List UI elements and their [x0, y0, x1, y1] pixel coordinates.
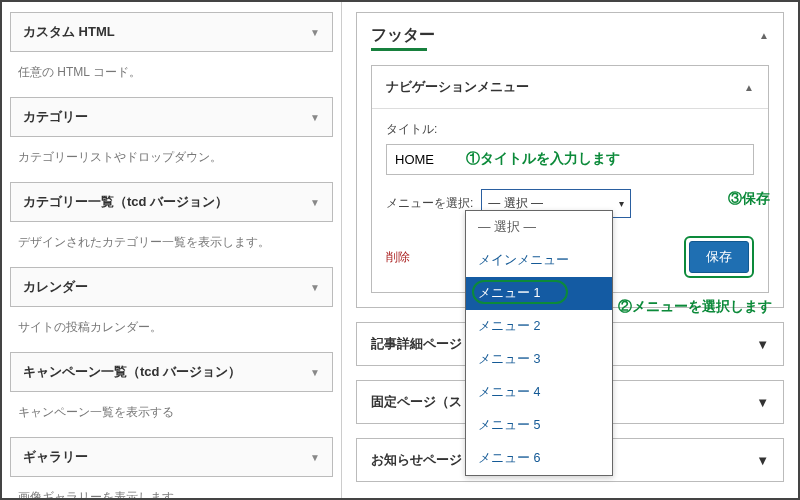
widget-title: ギャラリー	[23, 448, 88, 466]
widget-library-sidebar: カスタム HTML ▼ 任意の HTML コード。 カテゴリー ▼ カテゴリーリ…	[2, 2, 342, 498]
widget-item-gallery[interactable]: ギャラリー ▼	[10, 437, 333, 477]
widget-desc: サイトの投稿カレンダー。	[10, 307, 333, 352]
subpanel-title: ナビゲーションメニュー	[386, 78, 529, 96]
footer-area-header[interactable]: フッター ▲	[357, 13, 783, 58]
title-input[interactable]	[386, 144, 754, 175]
widget-desc: 任意の HTML コード。	[10, 52, 333, 97]
dropdown-option-menu1[interactable]: メニュー 1	[466, 277, 612, 310]
chevron-down-icon: ▼	[310, 27, 320, 38]
chevron-up-icon: ▲	[759, 30, 769, 41]
widget-title: カスタム HTML	[23, 23, 115, 41]
widget-item-calendar[interactable]: カレンダー ▼	[10, 267, 333, 307]
chevron-down-icon: ▼	[310, 452, 320, 463]
menu-select-dropdown[interactable]: — 選択 — メインメニュー メニュー 1 メニュー 2 メニュー 3 メニュー…	[465, 210, 613, 476]
widget-desc: カテゴリーリストやドロップダウン。	[10, 137, 333, 182]
chevron-up-icon: ▲	[744, 82, 754, 93]
chevron-down-icon: ▾	[619, 198, 624, 209]
dropdown-option-placeholder[interactable]: — 選択 —	[466, 211, 612, 244]
widget-title: キャンペーン一覧（tcd バージョン）	[23, 363, 241, 381]
menu-select-label: メニューを選択:	[386, 195, 473, 212]
widget-desc: 画像ギャラリーを表示します。	[10, 477, 333, 500]
nav-menu-widget-header[interactable]: ナビゲーションメニュー ▲	[372, 66, 768, 108]
dropdown-option-menu4[interactable]: メニュー 4	[466, 376, 612, 409]
widget-desc: デザインされたカテゴリー一覧を表示します。	[10, 222, 333, 267]
widget-title: カテゴリー一覧（tcd バージョン）	[23, 193, 228, 211]
annotation-ring-save: 保存	[684, 236, 754, 278]
chevron-down-icon: ▼	[310, 112, 320, 123]
dropdown-option-menu3[interactable]: メニュー 3	[466, 343, 612, 376]
widget-item-category[interactable]: カテゴリー ▼	[10, 97, 333, 137]
chevron-down-icon: ▼	[756, 395, 769, 410]
widget-desc: キャンペーン一覧を表示する	[10, 392, 333, 437]
panel-title: フッター	[371, 25, 435, 46]
widget-title: カレンダー	[23, 278, 88, 296]
chevron-down-icon: ▼	[310, 367, 320, 378]
dropdown-option-menu2[interactable]: メニュー 2	[466, 310, 612, 343]
delete-link[interactable]: 削除	[386, 249, 410, 266]
chevron-down-icon: ▼	[756, 453, 769, 468]
accent-underline	[371, 48, 427, 51]
panel-title: 固定ページ（ス	[371, 393, 462, 411]
chevron-down-icon: ▼	[310, 282, 320, 293]
widget-title: カテゴリー	[23, 108, 88, 126]
widget-item-campaign-list[interactable]: キャンペーン一覧（tcd バージョン） ▼	[10, 352, 333, 392]
chevron-down-icon: ▼	[756, 337, 769, 352]
dropdown-option-label: メニュー 1	[478, 286, 540, 300]
panel-title: お知らせページ	[371, 451, 462, 469]
save-button[interactable]: 保存	[689, 241, 749, 273]
dropdown-option-menu6[interactable]: メニュー 6	[466, 442, 612, 475]
chevron-down-icon: ▼	[310, 197, 320, 208]
widget-item-category-list[interactable]: カテゴリー一覧（tcd バージョン） ▼	[10, 182, 333, 222]
dropdown-option-menu5[interactable]: メニュー 5	[466, 409, 612, 442]
dropdown-option-main[interactable]: メインメニュー	[466, 244, 612, 277]
panel-title: 記事詳細ページ	[371, 335, 462, 353]
widget-item-custom-html[interactable]: カスタム HTML ▼	[10, 12, 333, 52]
title-field-label: タイトル:	[386, 121, 754, 138]
